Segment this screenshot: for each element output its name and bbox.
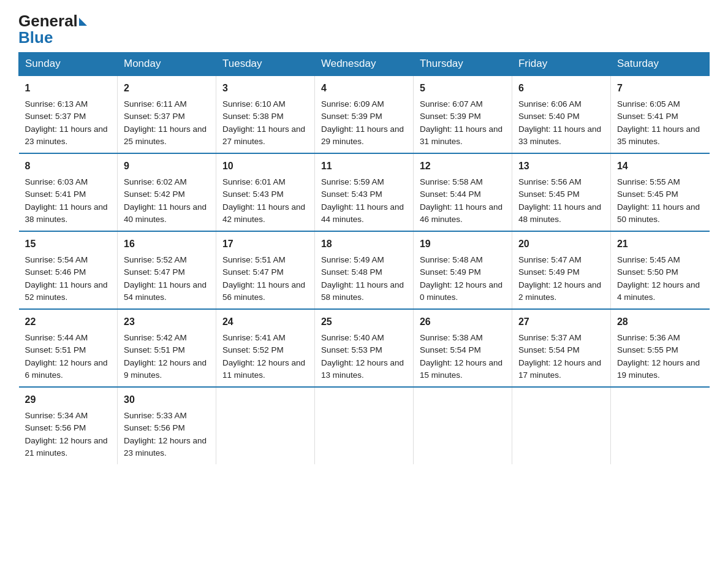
sunset-label: Sunset: 5:54 PM [518, 345, 580, 354]
sunset-label: Sunset: 5:37 PM [124, 112, 185, 121]
daylight-label: Daylight: 11 hours and 52 minutes. [25, 280, 108, 302]
sunrise-label: Sunrise: 5:42 AM [124, 333, 187, 342]
sunrise-label: Sunrise: 6:05 AM [617, 99, 680, 109]
day-number: 10 [222, 159, 308, 174]
calendar-header-row: SundayMondayTuesdayWednesdayThursdayFrid… [19, 53, 710, 76]
daylight-label: Daylight: 11 hours and 56 minutes. [222, 280, 305, 302]
sunset-label: Sunset: 5:55 PM [617, 345, 678, 354]
day-number: 20 [518, 237, 604, 251]
daylight-label: Daylight: 11 hours and 35 minutes. [617, 124, 700, 146]
calendar-day-cell: 23 Sunrise: 5:42 AM Sunset: 5:51 PM Dayl… [117, 309, 216, 387]
sunrise-label: Sunrise: 6:01 AM [222, 177, 286, 186]
daylight-label: Daylight: 11 hours and 46 minutes. [420, 202, 502, 224]
sunrise-label: Sunrise: 5:56 AM [518, 177, 582, 186]
day-number: 6 [518, 81, 604, 96]
page-header: General Blue [18, 12, 710, 46]
sunset-label: Sunset: 5:39 PM [321, 112, 382, 121]
daylight-label: Daylight: 12 hours and 19 minutes. [617, 358, 700, 380]
calendar-day-cell: 28 Sunrise: 5:36 AM Sunset: 5:55 PM Dayl… [610, 309, 709, 387]
daylight-label: Daylight: 11 hours and 27 minutes. [222, 124, 305, 146]
daylight-label: Daylight: 11 hours and 54 minutes. [124, 280, 207, 302]
sunrise-label: Sunrise: 5:55 AM [617, 177, 680, 186]
day-number: 18 [321, 237, 407, 251]
sunset-label: Sunset: 5:49 PM [518, 267, 580, 277]
sunset-label: Sunset: 5:54 PM [420, 345, 481, 354]
calendar-day-cell: 8 Sunrise: 6:03 AM Sunset: 5:41 PM Dayli… [19, 153, 118, 231]
daylight-label: Daylight: 11 hours and 48 minutes. [518, 202, 601, 224]
calendar-week-row: 29 Sunrise: 5:34 AM Sunset: 5:56 PM Dayl… [19, 387, 710, 464]
day-number: 1 [25, 81, 111, 96]
sunrise-label: Sunrise: 6:02 AM [124, 177, 187, 186]
sunrise-label: Sunrise: 5:36 AM [617, 333, 680, 342]
daylight-label: Daylight: 12 hours and 6 minutes. [25, 358, 108, 380]
sunset-label: Sunset: 5:53 PM [321, 345, 382, 354]
daylight-label: Daylight: 12 hours and 23 minutes. [124, 436, 207, 458]
sunrise-label: Sunrise: 5:44 AM [25, 333, 88, 342]
day-number: 22 [25, 315, 111, 329]
sunrise-label: Sunrise: 5:45 AM [617, 255, 680, 264]
day-number: 29 [25, 393, 111, 407]
sunrise-label: Sunrise: 5:37 AM [518, 333, 582, 342]
day-number: 26 [420, 315, 506, 329]
calendar-day-cell: 24 Sunrise: 5:41 AM Sunset: 5:52 PM Dayl… [216, 309, 314, 387]
day-number: 27 [518, 315, 604, 329]
calendar-day-cell: 22 Sunrise: 5:44 AM Sunset: 5:51 PM Dayl… [19, 309, 118, 387]
sunrise-label: Sunrise: 5:41 AM [222, 333, 286, 342]
calendar-day-cell: 30 Sunrise: 5:33 AM Sunset: 5:56 PM Dayl… [117, 387, 216, 464]
daylight-label: Daylight: 11 hours and 58 minutes. [321, 280, 404, 302]
daylight-label: Daylight: 12 hours and 11 minutes. [222, 358, 305, 380]
sunset-label: Sunset: 5:41 PM [25, 190, 86, 199]
sunrise-label: Sunrise: 5:49 AM [321, 255, 384, 264]
calendar-day-cell: 16 Sunrise: 5:52 AM Sunset: 5:47 PM Dayl… [117, 231, 216, 309]
calendar-day-cell [314, 387, 413, 464]
calendar-day-cell: 14 Sunrise: 5:55 AM Sunset: 5:45 PM Dayl… [610, 153, 709, 231]
sunset-label: Sunset: 5:56 PM [25, 423, 86, 432]
daylight-label: Daylight: 12 hours and 4 minutes. [617, 280, 700, 302]
daylight-label: Daylight: 11 hours and 50 minutes. [617, 202, 700, 224]
calendar-day-cell: 20 Sunrise: 5:47 AM Sunset: 5:49 PM Dayl… [512, 231, 610, 309]
sunrise-label: Sunrise: 5:52 AM [124, 255, 187, 264]
sunrise-label: Sunrise: 6:13 AM [25, 99, 88, 109]
daylight-label: Daylight: 12 hours and 15 minutes. [420, 358, 502, 380]
day-number: 7 [617, 81, 703, 96]
sunset-label: Sunset: 5:56 PM [124, 423, 185, 432]
calendar-table: SundayMondayTuesdayWednesdayThursdayFrid… [18, 52, 710, 464]
sunrise-label: Sunrise: 6:06 AM [518, 99, 582, 109]
calendar-day-cell: 26 Sunrise: 5:38 AM Sunset: 5:54 PM Dayl… [413, 309, 512, 387]
calendar-day-cell [512, 387, 610, 464]
logo-arrow-icon [79, 18, 87, 26]
calendar-day-cell: 7 Sunrise: 6:05 AM Sunset: 5:41 PM Dayli… [610, 75, 709, 153]
sunrise-label: Sunrise: 5:40 AM [321, 333, 384, 342]
calendar-day-cell: 27 Sunrise: 5:37 AM Sunset: 5:54 PM Dayl… [512, 309, 610, 387]
daylight-label: Daylight: 11 hours and 33 minutes. [518, 124, 601, 146]
sunset-label: Sunset: 5:38 PM [222, 112, 284, 121]
day-number: 9 [124, 159, 210, 174]
day-of-week-header: Saturday [610, 53, 709, 76]
sunset-label: Sunset: 5:50 PM [617, 267, 678, 277]
daylight-label: Daylight: 11 hours and 38 minutes. [25, 202, 108, 224]
calendar-day-cell [216, 387, 314, 464]
sunset-label: Sunset: 5:39 PM [420, 112, 481, 121]
day-number: 11 [321, 159, 407, 174]
sunrise-label: Sunrise: 5:47 AM [518, 255, 582, 264]
daylight-label: Daylight: 12 hours and 13 minutes. [321, 358, 404, 380]
sunrise-label: Sunrise: 6:11 AM [124, 99, 187, 109]
sunset-label: Sunset: 5:51 PM [25, 345, 86, 354]
day-number: 2 [124, 81, 210, 96]
sunset-label: Sunset: 5:42 PM [124, 190, 185, 199]
day-number: 4 [321, 81, 407, 96]
sunset-label: Sunset: 5:43 PM [222, 190, 284, 199]
day-number: 13 [518, 159, 604, 174]
sunrise-label: Sunrise: 6:09 AM [321, 99, 384, 109]
sunset-label: Sunset: 5:49 PM [420, 267, 481, 277]
day-number: 24 [222, 315, 308, 329]
calendar-day-cell: 2 Sunrise: 6:11 AM Sunset: 5:37 PM Dayli… [117, 75, 216, 153]
sunrise-label: Sunrise: 5:48 AM [420, 255, 483, 264]
sunrise-label: Sunrise: 6:07 AM [420, 99, 483, 109]
calendar-week-row: 15 Sunrise: 5:54 AM Sunset: 5:46 PM Dayl… [19, 231, 710, 309]
calendar-day-cell: 6 Sunrise: 6:06 AM Sunset: 5:40 PM Dayli… [512, 75, 610, 153]
sunrise-label: Sunrise: 5:34 AM [25, 411, 88, 420]
logo-blue: Blue [18, 29, 53, 47]
day-of-week-header: Tuesday [216, 53, 314, 76]
calendar-day-cell: 3 Sunrise: 6:10 AM Sunset: 5:38 PM Dayli… [216, 75, 314, 153]
